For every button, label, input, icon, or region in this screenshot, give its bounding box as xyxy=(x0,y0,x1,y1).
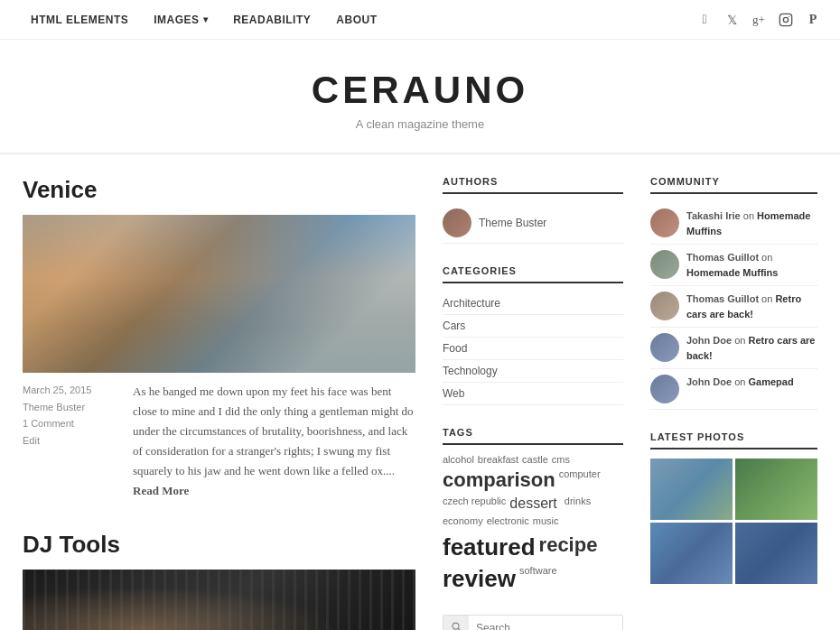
tag-drinks[interactable]: drinks xyxy=(565,496,591,512)
article-title-dj[interactable]: DJ Tools xyxy=(23,531,415,559)
main-container: Venice March 25, 2015 Theme Buster 1 Com… xyxy=(5,154,835,630)
article-venice: Venice March 25, 2015 Theme Buster 1 Com… xyxy=(23,176,415,502)
sidebar: AUTHORS Theme Buster CATEGORIES Architec… xyxy=(443,176,623,630)
site-tagline: A clean magazine theme xyxy=(18,117,822,131)
author-name-themebuster[interactable]: Theme Buster xyxy=(479,217,546,229)
site-title: CERAUNO xyxy=(18,69,822,112)
categories-heading: CATEGORIES xyxy=(443,265,623,283)
category-cars[interactable]: Cars xyxy=(443,315,623,338)
community-avatar-1 xyxy=(650,250,679,279)
sidebar-tags: TAGS alcohol breakfast castle cms compar… xyxy=(443,427,623,593)
article-meta-venice: March 25, 2015 Theme Buster 1 Comment Ed… xyxy=(23,382,122,502)
photo-thumb-3[interactable] xyxy=(735,523,817,584)
authors-heading: AUTHORS xyxy=(443,176,623,194)
photo-thumb-0[interactable] xyxy=(650,459,733,520)
svg-rect-0 xyxy=(779,14,791,25)
sidebar-latest-photos: LATEST PHOTOS xyxy=(650,431,817,584)
tag-electronic[interactable]: electronic xyxy=(487,515,529,530)
article-image-dj xyxy=(23,570,415,630)
community-text-0: Takashi Irie on Homemade Muffins xyxy=(686,208,817,238)
svg-point-2 xyxy=(789,15,789,16)
photos-grid xyxy=(650,459,817,584)
sidebar-categories: CATEGORIES Architecture Cars Food Techno… xyxy=(443,265,623,405)
tag-recipe[interactable]: recipe xyxy=(539,533,598,561)
community-item-1: Thomas Guillot on Homemade Muffins xyxy=(650,245,817,286)
tag-castle[interactable]: castle xyxy=(522,454,548,465)
right-sidebar: COMMUNITY Takashi Irie on Homemade Muffi… xyxy=(650,176,817,630)
community-item-0: Takashi Irie on Homemade Muffins xyxy=(650,203,817,245)
community-avatar-3 xyxy=(650,333,679,362)
googleplus-icon[interactable]: g+ xyxy=(750,11,768,29)
instagram-icon[interactable] xyxy=(777,11,795,29)
twitter-icon[interactable]: 𝕏 xyxy=(723,11,741,29)
search-input[interactable] xyxy=(469,616,622,631)
community-avatar-0 xyxy=(650,208,679,237)
chevron-down-icon: ▾ xyxy=(203,14,209,24)
tag-music[interactable]: music xyxy=(533,515,559,530)
latest-photos-heading: LATEST PHOTOS xyxy=(650,431,817,449)
tag-comparison[interactable]: comparison xyxy=(443,468,555,492)
category-web[interactable]: Web xyxy=(443,383,623,405)
article-dj-tools: DJ Tools xyxy=(23,531,415,630)
photo-thumb-1[interactable] xyxy=(735,459,817,520)
nav-readability[interactable]: READABILITY xyxy=(220,14,323,26)
article-title-venice[interactable]: Venice xyxy=(23,176,415,204)
social-icons:  𝕏 g+ P xyxy=(695,11,822,29)
site-header: CERAUNO A clean magazine theme xyxy=(0,40,840,153)
tag-dessert[interactable]: dessert xyxy=(509,496,556,512)
svg-point-1 xyxy=(783,17,788,22)
community-text-4: John Doe on Gamepad xyxy=(686,375,794,390)
content-area: Venice March 25, 2015 Theme Buster 1 Com… xyxy=(23,176,415,630)
author-avatar-themebuster xyxy=(443,208,471,237)
tag-review[interactable]: review xyxy=(443,565,516,593)
tag-featured[interactable]: featured xyxy=(443,533,536,561)
tag-cms[interactable]: cms xyxy=(552,454,570,465)
article-image-venice xyxy=(23,215,415,373)
community-link-4[interactable]: Gamepad xyxy=(748,376,793,387)
tag-software[interactable]: software xyxy=(519,565,557,593)
comments-link[interactable]: 1 Comment xyxy=(23,418,74,429)
search-button[interactable] xyxy=(443,616,469,630)
tag-economy[interactable]: economy xyxy=(443,515,483,530)
category-food[interactable]: Food xyxy=(443,338,623,360)
tag-czech-republic[interactable]: czech republic xyxy=(443,496,506,512)
sidebar-authors: AUTHORS Theme Buster xyxy=(443,176,623,244)
community-text-1: Thomas Guillot on Homemade Muffins xyxy=(686,250,817,280)
community-avatar-4 xyxy=(650,375,679,403)
category-technology[interactable]: Technology xyxy=(443,360,623,383)
nav-images[interactable]: IMAGES ▾ xyxy=(141,14,220,26)
community-item-3: John Doe on Retro cars are back! xyxy=(650,328,817,369)
pinterest-icon[interactable]: P xyxy=(804,11,822,29)
community-text-3: John Doe on Retro cars are back! xyxy=(686,333,817,363)
tag-alcohol[interactable]: alcohol xyxy=(443,454,474,465)
nav-links: HTML ELEMENTS IMAGES ▾ READABILITY ABOUT xyxy=(18,14,389,26)
community-heading: COMMUNITY xyxy=(650,176,817,194)
search-box xyxy=(443,615,623,630)
author-item: Theme Buster xyxy=(443,203,623,244)
article-content-venice: As he banged me down upon my feet his fa… xyxy=(133,382,415,502)
sidebar-community: COMMUNITY Takashi Irie on Homemade Muffi… xyxy=(650,176,817,410)
edit-link[interactable]: Edit xyxy=(23,435,40,446)
top-navigation: HTML ELEMENTS IMAGES ▾ READABILITY ABOUT… xyxy=(0,0,840,40)
tag-computer[interactable]: computer xyxy=(559,468,601,492)
tags-heading: TAGS xyxy=(443,427,623,445)
article-excerpt-venice: As he banged me down upon my feet his fa… xyxy=(133,382,415,502)
nav-html-elements[interactable]: HTML ELEMENTS xyxy=(18,14,141,26)
tags-cloud: alcohol breakfast castle cms comparison … xyxy=(443,454,623,593)
nav-about[interactable]: ABOUT xyxy=(323,14,389,26)
read-more-venice[interactable]: Read More xyxy=(133,484,189,497)
community-item-4: John Doe on Gamepad xyxy=(650,369,817,410)
photo-thumb-2[interactable] xyxy=(650,523,733,584)
category-architecture[interactable]: Architecture xyxy=(443,292,623,315)
author-link[interactable]: Theme Buster xyxy=(23,402,85,412)
community-avatar-2 xyxy=(650,292,679,320)
facebook-icon[interactable]:  xyxy=(695,11,714,29)
community-item-2: Thomas Guillot on Retro cars are back! xyxy=(650,286,817,328)
tag-breakfast[interactable]: breakfast xyxy=(478,454,518,465)
community-text-2: Thomas Guillot on Retro cars are back! xyxy=(686,292,817,321)
community-link-1[interactable]: Homemade Muffins xyxy=(686,267,778,278)
svg-point-3 xyxy=(453,623,459,629)
